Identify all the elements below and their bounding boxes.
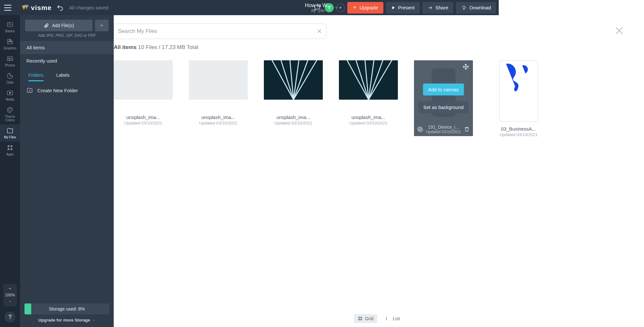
file-name: unsplash_ima...	[126, 114, 160, 120]
move-icon[interactable]	[463, 64, 469, 71]
document-title-group[interactable]: How to W... By Tyler	[305, 3, 339, 13]
file-name: unsplash_ima...	[276, 114, 310, 120]
files-panel: Add File(s) Add JPG, PNG, GIF, SVG or PD…	[20, 15, 114, 253]
chevron-down-icon	[100, 23, 104, 28]
rail-apps[interactable]: Apps	[0, 142, 20, 159]
share-button[interactable]: Share	[422, 2, 453, 14]
file-date: Updated 03/10/2021	[124, 121, 162, 125]
logo-text: visme	[31, 4, 52, 12]
svg-point-5	[8, 110, 9, 110]
present-button[interactable]: Present	[386, 2, 420, 14]
rail-photos[interactable]: Photos	[0, 53, 20, 70]
graphics-icon	[6, 38, 14, 45]
nav-recently-used[interactable]: Recently used	[20, 54, 114, 67]
folder-icon	[6, 127, 14, 134]
svg-point-0	[27, 5, 29, 7]
upgrade-button[interactable]: Upgrade	[347, 2, 383, 14]
svg-rect-9	[11, 145, 13, 147]
svg-point-3	[8, 58, 10, 59]
file-thumbnail: Add to canvas Set as background 191_Devi…	[414, 60, 473, 136]
menu-icon[interactable]	[0, 5, 15, 11]
file-thumbnail	[339, 60, 398, 100]
files-summary: All items 10 Files / 17.23 MB Total	[114, 42, 499, 60]
add-files-hint: Add JPG, PNG, GIF, SVG or PDF	[20, 33, 114, 41]
clear-search-button[interactable]: ✕	[317, 27, 322, 35]
data-icon	[6, 72, 14, 79]
topbar: visme All changes saved How to W... By T…	[0, 0, 499, 15]
file-date: Updated 03/10/2021	[350, 121, 388, 125]
file-card[interactable]: 03_BusinessA... Updated 03/10/2021	[489, 60, 499, 137]
create-folder-button[interactable]: Create New Folder	[20, 81, 114, 99]
download-button[interactable]: Download	[456, 2, 496, 14]
undo-icon[interactable]	[56, 4, 63, 11]
left-rail: Basics Graphics Photos Data Media Theme …	[0, 15, 20, 253]
svg-point-37	[419, 129, 421, 130]
file-date: Updated 03/10/2021	[199, 121, 237, 125]
svg-rect-10	[8, 148, 10, 150]
rail-my-files[interactable]: My Files	[0, 124, 20, 142]
file-card[interactable]: unsplash_ima... Updated 03/10/2021	[339, 60, 398, 137]
rail-media[interactable]: Media	[0, 87, 20, 104]
share-icon	[428, 5, 433, 10]
rail-graphics[interactable]: Graphics	[0, 35, 20, 53]
file-name: unsplash_ima...	[351, 114, 385, 120]
svg-rect-11	[11, 148, 13, 150]
save-status: All changes saved	[69, 5, 109, 10]
play-icon	[391, 5, 396, 10]
svg-rect-8	[8, 145, 10, 147]
file-thumbnail	[114, 60, 173, 100]
svg-point-6	[9, 108, 10, 109]
file-thumbnail	[264, 60, 323, 100]
document-byline: By Tyler	[305, 8, 332, 13]
folder-plus-icon	[26, 87, 33, 94]
svg-rect-1	[7, 23, 13, 27]
panel-tabs: Folders Labels	[20, 67, 114, 81]
file-name: unsplash_ima...	[201, 114, 235, 120]
add-files-button[interactable]: Add File(s)	[25, 20, 92, 31]
apps-icon	[6, 144, 14, 151]
gear-icon[interactable]	[417, 126, 423, 134]
search-input[interactable]	[118, 28, 317, 35]
files-grid: unsplash_ima... Updated 03/10/2021 unspl…	[114, 60, 499, 253]
basics-icon	[6, 21, 14, 28]
file-card-hovered[interactable]: Add to canvas Set as background 191_Devi…	[414, 60, 473, 137]
rail-theme-colors[interactable]: Theme Colors	[0, 104, 20, 124]
palette-icon	[6, 106, 14, 114]
set-as-background-button[interactable]: Set as background	[418, 101, 469, 113]
media-icon	[6, 89, 14, 96]
file-card[interactable]: unsplash_ima... Updated 03/10/2021	[264, 60, 323, 137]
svg-rect-2	[7, 57, 13, 61]
cloud-download-icon	[461, 5, 467, 10]
file-thumbnail	[189, 60, 248, 100]
tab-labels[interactable]: Labels	[56, 73, 70, 81]
file-card[interactable]: unsplash_ima... Updated 03/10/2021	[189, 60, 248, 137]
chevron-down-icon[interactable]	[334, 5, 339, 10]
photos-icon	[6, 55, 14, 62]
svg-point-7	[11, 108, 11, 109]
svg-rect-19	[189, 91, 248, 100]
trash-icon[interactable]	[464, 126, 470, 134]
paperclip-icon	[44, 23, 49, 28]
search-box: ✕	[114, 24, 326, 39]
svg-rect-18	[208, 72, 227, 84]
svg-rect-15	[114, 91, 173, 100]
document-title: How to W...	[305, 3, 332, 8]
file-card[interactable]: unsplash_ima... Updated 03/10/2021	[114, 60, 173, 137]
logo[interactable]: visme	[21, 4, 52, 12]
nav-all-items[interactable]: All items	[20, 41, 114, 54]
rail-data[interactable]: Data	[0, 70, 20, 87]
rail-basics[interactable]: Basics	[0, 18, 20, 35]
add-to-canvas-button[interactable]: Add to canvas	[423, 84, 464, 95]
add-files-dropdown[interactable]	[95, 20, 109, 31]
file-date: Updated 03/10/2021	[274, 121, 312, 125]
svg-rect-14	[133, 72, 152, 84]
main-area: ✕ All items 10 Files / 17.23 MB Total un…	[114, 15, 499, 253]
tab-folders[interactable]: Folders	[28, 73, 43, 81]
upload-icon	[352, 5, 357, 10]
